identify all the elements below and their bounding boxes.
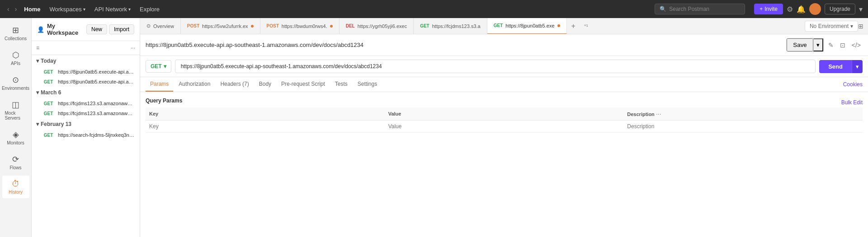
url-input[interactable] [175, 60, 816, 73]
sidebar-item-collections[interactable]: ⊞ Collections [2, 22, 29, 45]
grid-icon[interactable]: ⊞ [858, 23, 863, 30]
code-icon[interactable]: </> [850, 38, 863, 52]
save-dropdown-button[interactable]: ▾ [813, 38, 823, 51]
method-badge: GET [42, 111, 55, 116]
upgrade-button[interactable]: Upgrade [825, 4, 855, 14]
import-button[interactable]: Import [109, 24, 134, 34]
feb13-group[interactable]: ▾ February 13 [32, 118, 140, 130]
more-options-icon[interactable]: ··· [131, 45, 135, 51]
value-column-header: Value [385, 107, 624, 121]
tab-overflow-count[interactable]: ⁺¹ [580, 23, 592, 29]
workspaces-menu[interactable]: Workspaces ▾ [46, 4, 89, 14]
params-section: Query Params Bulk Edit Key Value Descrip… [140, 92, 868, 138]
environment-selector[interactable]: No Environment ▾ [805, 21, 858, 32]
request-tabs: Params Authorization Headers (7) Body Pr… [140, 77, 868, 92]
cookies-link[interactable]: Cookies [843, 81, 863, 88]
history-panel: 👤 My Workspace New Import ≡ ··· ▾ Today … [32, 18, 140, 237]
tab-tests[interactable]: Tests [330, 77, 352, 92]
list-item[interactable]: GET https://8jpun0atb5.execute-api.ap-..… [32, 67, 140, 77]
tab-method-get2: GET [494, 23, 503, 28]
march6-group[interactable]: ▾ March 6 [32, 87, 140, 98]
tab-authorization[interactable]: Authorization [174, 77, 215, 92]
settings-icon[interactable]: ⚙ [787, 5, 793, 14]
brand-home: Home [24, 6, 40, 13]
tab-post-1[interactable]: POST https://5vw2ufurrk.ex [181, 18, 260, 34]
method-chevron-icon: ▾ [164, 63, 166, 70]
tab-url-get2: https://8jpun0atb5.exe [505, 23, 554, 28]
save-button-group: Save ▾ [786, 38, 823, 52]
edit-icon[interactable]: ✎ [826, 38, 835, 52]
tab-params[interactable]: Params [146, 77, 173, 92]
value-input[interactable] [388, 123, 620, 130]
tab-pre-request-script[interactable]: Pre-request Script [277, 77, 330, 92]
tab-headers[interactable]: Headers (7) [216, 77, 253, 92]
tab-settings[interactable]: Settings [353, 77, 382, 92]
tab-post-2[interactable]: POST https://bwdum0rws4. [260, 18, 340, 34]
new-tab-button[interactable]: + [567, 22, 580, 30]
workspace-actions: New Import [86, 24, 134, 34]
sidebar-label-environments: Environments [2, 86, 29, 91]
march6-chevron-icon: ▾ [36, 89, 39, 96]
workspaces-chevron-icon: ▾ [83, 7, 85, 12]
tab-overview[interactable]: ⊙ Overview [140, 18, 181, 34]
invite-button[interactable]: + Invite [754, 4, 783, 14]
today-group[interactable]: ▾ Today [32, 55, 140, 67]
nav-right: + Invite ⚙ 🔔 Upgrade ▾ [754, 3, 863, 15]
env-chevron-icon: ▾ [850, 23, 853, 29]
request-url-bar: https://8jpun0atb5.execute-api.ap-southe… [140, 34, 868, 56]
tab-overview-label: Overview [153, 23, 174, 29]
list-item[interactable]: GET https://search-fcjdms-5ljnxkeq3n7... [32, 130, 140, 140]
key-input[interactable] [149, 123, 381, 130]
today-chevron-icon: ▾ [36, 58, 39, 64]
layout-icon[interactable]: ⊡ [838, 38, 847, 52]
back-button[interactable]: ‹ [5, 5, 11, 13]
history-url: https://8jpun0atb5.execute-api.ap-... [58, 69, 135, 74]
column-more-button[interactable]: ··· [656, 110, 661, 117]
tab-get-1[interactable]: GET https://fcjdms123.s3.a [414, 18, 487, 34]
sidebar-label-flows: Flows [9, 165, 21, 170]
send-dropdown-button[interactable]: ▾ [852, 60, 863, 73]
tab-body[interactable]: Body [255, 77, 276, 92]
send-button-group: Send ▾ [819, 60, 863, 73]
sidebar-item-environments[interactable]: ⊙ Environments [2, 71, 29, 94]
api-network-chevron-icon: ▾ [128, 7, 131, 12]
notification-icon[interactable]: 🔔 [797, 5, 806, 14]
save-button[interactable]: Save [787, 38, 813, 51]
sidebar-item-monitors[interactable]: ◈ Monitors [2, 126, 29, 149]
feb13-chevron-icon: ▾ [36, 121, 39, 127]
bulk-edit-button[interactable]: Bulk Edit [841, 99, 863, 106]
tab-dot-get2 [557, 24, 560, 27]
forward-button[interactable]: › [13, 5, 19, 13]
sidebar-item-mock-servers[interactable]: ◫ Mock Servers [2, 96, 29, 124]
method-selector[interactable]: GET ▾ [146, 60, 171, 73]
description-input[interactable] [627, 123, 859, 130]
list-item[interactable]: GET https://8jpun0atb5.execute-api.ap-..… [32, 77, 140, 87]
list-item[interactable]: GET https://fcjdms123.s3.amazonaws.c... [32, 108, 140, 118]
method-badge: GET [42, 133, 55, 138]
sidebar-item-apis[interactable]: ⬡ APIs [2, 46, 29, 70]
tab-url-del1: https://ygrh05yji6.exec [358, 23, 407, 29]
table-row [146, 121, 863, 133]
explore-button[interactable]: Explore [136, 4, 163, 14]
tab-url-get1: https://fcjdms123.s3.a [432, 23, 481, 29]
main-content: ⊙ Overview POST https://5vw2ufurrk.ex PO… [140, 18, 868, 237]
tab-method-del1: DEL [346, 23, 355, 28]
overview-icon: ⊙ [146, 23, 151, 29]
tab-url-post1: https://5vw2ufurrk.ex [202, 23, 248, 29]
request-url-title: https://8jpun0atb5.execute-api.ap-southe… [146, 42, 786, 48]
expand-icon[interactable]: ▾ [859, 5, 863, 14]
sidebar-item-flows[interactable]: ⟳ Flows [2, 151, 29, 174]
sidebar-item-history[interactable]: ⏱ History [2, 176, 29, 198]
tab-dot-post1 [251, 25, 254, 28]
history-url: https://fcjdms123.s3.amazonaws.c... [58, 101, 135, 106]
api-network-menu[interactable]: API Network ▾ [91, 4, 134, 14]
send-button[interactable]: Send [819, 60, 852, 73]
tab-get-2-active[interactable]: GET https://8jpun0atb5.exe [487, 18, 567, 34]
new-button[interactable]: New [86, 24, 107, 34]
avatar[interactable] [809, 3, 821, 15]
list-item[interactable]: GET https://fcjdms123.s3.amazonaws.c... [32, 98, 140, 108]
sidebar-label-history: History [9, 190, 23, 195]
tab-del-1[interactable]: DEL https://ygrh05yji6.exec [340, 18, 414, 34]
search-input[interactable] [669, 6, 740, 12]
sidebar-label-collections: Collections [5, 36, 27, 41]
